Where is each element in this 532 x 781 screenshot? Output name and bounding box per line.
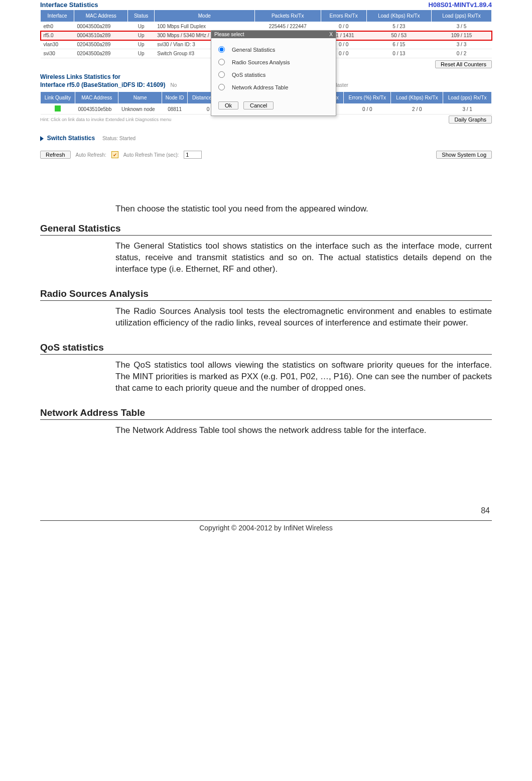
wireless-links-subheading: Interface rf5.0 (BaseStation_iDFS ID: 41… [40,81,165,88]
auto-refresh-checkbox[interactable]: ✔ [111,151,118,158]
option-qos-statistics[interactable]: QoS statistics [218,68,329,81]
col-packets: Packets Rx/Tx [254,10,321,22]
device-model: H08S01-MINTv1.89.4 [429,1,492,9]
cell-pps: 109 / 115 [432,31,492,40]
switch-status-value: Started [119,136,136,141]
section-general-statistics-body: The General Statistics tool shows statis… [115,241,492,275]
wl-col-load-kbps: Load (Kbps) Rx/Tx [391,92,443,104]
document-body: Then choose the statistic tool you need … [40,204,492,532]
section-general-statistics-heading: General Statistics [40,223,492,236]
switch-status-label: Status: [102,136,118,141]
cell-status: Up [128,22,154,31]
cell-mac: 00043510a289 [74,31,128,40]
wl-col-name: Name [118,92,162,104]
expand-icon[interactable] [40,136,44,141]
table-row[interactable]: eth000043500a289Up100 Mbps Full Duplex22… [41,22,492,31]
intro-text: Then choose the statistic tool you need … [115,204,492,214]
radio-general-statistics[interactable] [218,46,225,53]
col-interface: Interface [41,10,74,22]
col-mode: Mode [154,10,254,22]
cell-interface: svi30 [41,49,74,58]
cell-status: Up [128,40,154,49]
dialog-title: Please select [214,32,244,37]
option-label: QoS statistics [232,72,265,78]
cell-status: Up [128,49,154,58]
wl-mac: 00043510e5bb [75,104,118,115]
switch-statistics-heading[interactable]: Switch Statistics [47,135,95,142]
auto-refresh-time-label: Auto Refresh Time (sec): [123,152,179,158]
wl-pps: 3 / 1 [443,104,492,115]
option-label: Radio Sources Analysis [232,59,290,65]
screenshot-panel: Interface Statistics H08S01-MINTv1.89.4 … [40,0,492,159]
wireless-hint: Hint: Click on link data to invoke Exten… [40,117,171,122]
cell-interface: rf5.0 [41,31,74,40]
col-load-kbps: Load (Kbps) Rx/Tx [366,10,431,22]
wireless-info-prefix: No [170,82,177,88]
section-qos-heading: QoS statistics [40,342,492,355]
section-nat-heading: Network Address Table [40,407,492,420]
daily-graphs-button[interactable]: Daily Graphs [449,116,492,124]
col-mac: MAC Address [74,10,128,22]
cell-status: Up [128,31,154,40]
option-label: Network Address Table [232,84,288,90]
dialog-close-icon[interactable]: X [329,32,333,37]
wl-node: 08811 [162,104,187,115]
cell-mac: 00043500a289 [74,22,128,31]
cell-interface: eth0 [41,22,74,31]
cell-errors: 0 / 0 [321,22,366,31]
option-label: General Statistics [232,47,275,53]
col-errors: Errors Rx/Tx [321,10,366,22]
dialog-ok-button[interactable]: Ok [218,101,238,109]
col-load-pps: Load (pps) Rx/Tx [432,10,492,22]
link-quality-cell [41,104,75,115]
wl-col-load-pps: Load (pps) Rx/Tx [443,92,492,104]
section-radio-sources-body: The Radio Sources Analysis tool tests th… [115,306,492,329]
wl-col-nodeid: Node ID [162,92,187,104]
wl-col-mac: MAC Address [75,92,118,104]
refresh-button[interactable]: Refresh [40,151,71,159]
cell-packets: 225445 / 222447 [254,22,321,31]
cell-mac: 02043500a289 [74,49,128,58]
cell-pps: 0 / 2 [432,49,492,58]
wl-errors: 0 / 0 [344,104,391,115]
cell-kbps: 50 / 53 [366,31,431,40]
option-radio-sources[interactable]: Radio Sources Analysis [218,56,329,68]
dialog-cancel-button[interactable]: Cancel [243,101,274,109]
panel-title: Interface Statistics [40,1,98,9]
cell-pps: 3 / 5 [432,22,492,31]
select-tool-dialog: Please select X General Statistics Radio… [211,30,336,116]
cell-kbps: 5 / 23 [366,22,431,31]
wl-col-errors: Errors (%) Rx/Tx [344,92,391,104]
radio-network-address-table[interactable] [218,84,225,90]
section-nat-body: The Network Address Table tool shows the… [115,425,492,436]
option-network-address-table[interactable]: Network Address Table [218,81,329,93]
cell-mode: 100 Mbps Full Duplex [154,22,254,31]
show-system-log-button[interactable]: Show System Log [436,151,492,159]
wl-col-quality: Link Quality [41,92,75,104]
cell-pps: 3 / 3 [432,40,492,49]
section-qos-body: The QoS statistics tool allows viewing t… [115,360,492,394]
auto-refresh-time-input[interactable] [184,151,202,159]
cell-mac: 02043500a289 [74,40,128,49]
option-general-statistics[interactable]: General Statistics [218,43,329,56]
section-radio-sources-heading: Radio Sources Analysis [40,288,492,301]
copyright-text: Copyright © 2004-2012 by InfiNet Wireles… [40,521,492,532]
auto-refresh-label: Auto Refresh: [76,152,106,158]
radio-qos-statistics[interactable] [218,71,225,78]
wl-name: Unknown node [118,104,162,115]
wl-kbps: 2 / 0 [391,104,443,115]
reset-counters-button[interactable]: Reset All Counters [435,60,492,68]
page-number: 84 [40,506,492,515]
cell-kbps: 6 / 15 [366,40,431,49]
cell-kbps: 0 / 13 [366,49,431,58]
radio-radio-sources[interactable] [218,59,225,65]
col-status: Status [128,10,154,22]
quality-indicator-icon [55,105,61,111]
cell-interface: vlan30 [41,40,74,49]
